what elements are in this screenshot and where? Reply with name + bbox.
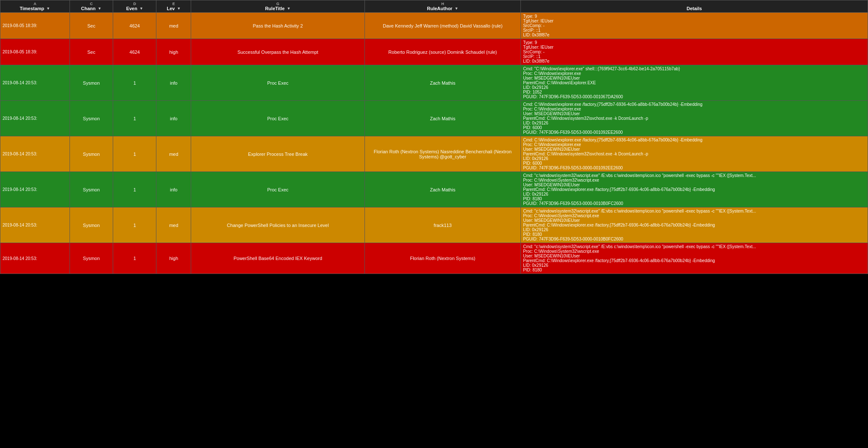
level-cell: med — [156, 207, 191, 243]
eventid-cell: 1 — [113, 243, 156, 274]
ruleauthor-cell: Dave Kennedy Jeff Warren (method) David … — [364, 13, 520, 39]
ruleauthor-filter-icon[interactable]: ▼ — [454, 6, 458, 11]
ruletitle-cell: Proc Exec — [191, 65, 364, 101]
eventid-cell: 4624 — [113, 13, 156, 39]
ruleauthor-header-label: RuleAuthor — [427, 6, 453, 11]
eventid-cell: 1 — [113, 207, 156, 243]
details-header-label: Details — [687, 6, 702, 11]
col-header-e: E Lev ▼ — [156, 0, 191, 13]
table-row: 2019-08-14 20:53:Sysmon1medExplorer Proc… — [0, 136, 868, 172]
level-cell: info — [156, 65, 191, 101]
channel-cell: Sec — [70, 13, 113, 39]
ruleauthor-cell: Zach Mathis — [364, 65, 520, 101]
col-header-a: A Timestamp ▼ — [0, 0, 70, 13]
ruletitle-cell: Proc Exec — [191, 101, 364, 136]
timestamp-cell: 2019-08-14 20:53: — [0, 172, 70, 207]
level-cell: high — [156, 243, 191, 274]
col-header-g: G RuleTitle ▼ — [191, 0, 364, 13]
level-cell: med — [156, 136, 191, 172]
timestamp-cell: 2019-08-14 20:53: — [0, 243, 70, 274]
ruleauthor-cell: Zach Mathis — [364, 172, 520, 207]
ruletitle-filter-icon[interactable]: ▼ — [287, 6, 291, 11]
channel-cell: Sysmon — [70, 65, 113, 101]
details-cell: Cmd: C:\Windows\explorer.exe /factory,{7… — [521, 136, 868, 172]
timestamp-cell: 2019-08-05 18:39: — [0, 39, 70, 65]
level-header-label: Lev — [167, 6, 175, 11]
channel-cell: Sec — [70, 39, 113, 65]
channel-header-label: Chann — [81, 6, 95, 11]
eventid-filter-icon[interactable]: ▼ — [139, 6, 143, 11]
eventid-cell: 1 — [113, 65, 156, 101]
ruleauthor-cell: frack113 — [364, 207, 520, 243]
details-cell: Cmd: C:\Windows\explorer.exe /factory,{7… — [521, 101, 868, 136]
level-cell: info — [156, 101, 191, 136]
level-cell: high — [156, 39, 191, 65]
channel-cell: Sysmon — [70, 101, 113, 136]
col-header-d: D Even ▼ — [113, 0, 156, 13]
ruletitle-cell: Change PowerShell Policies to an Insecur… — [191, 207, 364, 243]
details-cell: Cmd: "c:\windows\system32\wscript.exe" /… — [521, 172, 868, 207]
table-row: 2019-08-05 18:39:Sec4624medPass the Hash… — [0, 13, 868, 39]
eventid-header-label: Even — [126, 6, 137, 11]
ruletitle-header-label: RuleTitle — [265, 6, 284, 11]
table-row: 2019-08-14 20:53:Sysmon1infoProc ExecZac… — [0, 65, 868, 101]
table-row: 2019-08-14 20:53:Sysmon1infoProc ExecZac… — [0, 101, 868, 136]
ruleauthor-cell: Florian Roth (Nextron Systems) Nasreddin… — [364, 136, 520, 172]
ruletitle-cell: Pass the Hash Activity 2 — [191, 13, 364, 39]
table-row: 2019-08-14 20:53:Sysmon1medChange PowerS… — [0, 207, 868, 243]
details-cell: Cmd: "c:\windows\system32\wscript.exe" /… — [521, 207, 868, 243]
ruletitle-cell: Successful Overpass the Hash Attempt — [191, 39, 364, 65]
details-cell: Cmd: "c:\windows\system32\wscript.exe" /… — [521, 243, 868, 274]
timestamp-header-label: Timestamp — [19, 6, 44, 11]
channel-cell: Sysmon — [70, 207, 113, 243]
table-row: 2019-08-05 18:39:Sec4624highSuccessful O… — [0, 39, 868, 65]
channel-cell: Sysmon — [70, 172, 113, 207]
channel-filter-icon[interactable]: ▼ — [98, 6, 102, 11]
col-header-c: C Chann ▼ — [70, 0, 113, 13]
timestamp-cell: 2019-08-05 18:39: — [0, 13, 70, 39]
header-row: A Timestamp ▼ C Chann ▼ — [0, 0, 868, 13]
details-cell: Type: 9 TgtUser: IEUser SrcComp: - SrcIP… — [521, 39, 868, 65]
details-cell: Type: 9 TgtUser: IEUser SrcComp: - SrcIP… — [521, 13, 868, 39]
ruleauthor-cell: Florian Roth (Nextron Systems) — [364, 243, 520, 274]
col-header-details: Details — [521, 0, 868, 13]
events-table: A Timestamp ▼ C Chann ▼ — [0, 0, 868, 274]
timestamp-cell: 2019-08-14 20:53: — [0, 65, 70, 101]
ruleauthor-cell: Zach Mathis — [364, 101, 520, 136]
channel-cell: Sysmon — [70, 243, 113, 274]
level-filter-icon[interactable]: ▼ — [177, 6, 181, 11]
timestamp-cell: 2019-08-14 20:53: — [0, 101, 70, 136]
eventid-cell: 1 — [113, 136, 156, 172]
main-table-container: A Timestamp ▼ C Chann ▼ — [0, 0, 868, 274]
col-header-h: H RuleAuthor ▼ — [364, 0, 520, 13]
timestamp-cell: 2019-08-14 20:53: — [0, 207, 70, 243]
ruleauthor-cell: Roberto Rodriguez (source) Dominik Schau… — [364, 39, 520, 65]
level-cell: info — [156, 172, 191, 207]
eventid-cell: 1 — [113, 101, 156, 136]
eventid-cell: 4624 — [113, 39, 156, 65]
timestamp-cell: 2019-08-14 20:53: — [0, 136, 70, 172]
level-cell: med — [156, 13, 191, 39]
ruletitle-cell: PowerShell Base64 Encoded IEX Keyword — [191, 243, 364, 274]
details-cell: Cmd: "C:\Windows\explorer.exe" shell:::{… — [521, 65, 868, 101]
table-row: 2019-08-14 20:53:Sysmon1infoProc ExecZac… — [0, 172, 868, 207]
table-row: 2019-08-14 20:53:Sysmon1highPowerShell B… — [0, 243, 868, 274]
timestamp-filter-icon[interactable]: ▼ — [46, 6, 50, 11]
eventid-cell: 1 — [113, 172, 156, 207]
ruletitle-cell: Proc Exec — [191, 172, 364, 207]
ruletitle-cell: Explorer Process Tree Break — [191, 136, 364, 172]
channel-cell: Sysmon — [70, 136, 113, 172]
